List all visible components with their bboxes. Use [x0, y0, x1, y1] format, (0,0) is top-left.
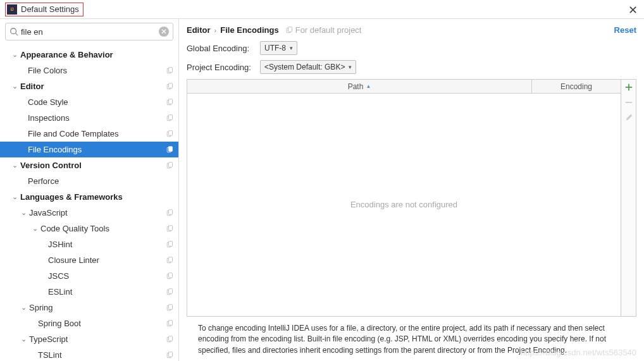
sidebar-item[interactable]: ⌄JavaScript: [0, 205, 178, 221]
breadcrumb-1: File Encodings: [220, 25, 278, 35]
chevron-down-icon: ⌄: [19, 303, 28, 312]
app-icon: IJ: [7, 4, 17, 15]
copy-icon: [166, 162, 173, 169]
sidebar-item-label: Spring: [29, 303, 166, 312]
sidebar-item-label: Languages & Frameworks: [20, 192, 173, 202]
window-title: Default Settings: [21, 4, 79, 14]
watermark: https://blog.csdn.net/wts563540: [521, 348, 636, 357]
add-button[interactable]: [621, 80, 636, 95]
copy-icon: [166, 209, 173, 217]
sidebar-item[interactable]: ⌄Editor: [0, 78, 178, 94]
copy-icon: [166, 67, 173, 75]
sidebar-item-label: File and Code Templates: [28, 129, 166, 138]
remove-button[interactable]: [621, 95, 636, 110]
sidebar-item[interactable]: ⌄TypeScript: [0, 331, 178, 347]
sidebar-item[interactable]: ⌄Languages & Frameworks: [0, 189, 178, 205]
svg-line-1: [16, 34, 18, 36]
reset-link[interactable]: Reset: [614, 25, 636, 35]
copy-icon: [166, 257, 173, 264]
svg-rect-23: [169, 257, 173, 262]
svg-rect-37: [288, 27, 292, 32]
svg-rect-19: [169, 225, 173, 230]
sidebar: ✕ ⌄Appearance & BehaviorFile Colors⌄Edit…: [0, 19, 179, 361]
sidebar-item[interactable]: File and Code Templates: [0, 126, 178, 142]
settings-tree: ⌄Appearance & BehaviorFile Colors⌄Editor…: [0, 44, 178, 361]
sidebar-item[interactable]: File Colors: [0, 63, 178, 78]
chevron-down-icon: ⌄: [19, 209, 28, 217]
chevron-down-icon: ▾: [349, 64, 352, 70]
sidebar-item-label: Inspections: [28, 113, 166, 123]
sidebar-item[interactable]: Spring Boot: [0, 315, 178, 331]
copy-icon: [166, 304, 173, 312]
sidebar-item-label: File Colors: [28, 66, 166, 75]
copy-icon: [285, 27, 293, 34]
global-encoding-row: Global Encoding: UTF-8 ▾: [187, 41, 636, 55]
chevron-down-icon: ⌄: [10, 193, 19, 201]
project-encoding-label: Project Encoding:: [187, 63, 260, 72]
svg-rect-31: [169, 320, 173, 325]
copy-icon: [166, 225, 173, 233]
copy-icon: [166, 288, 173, 296]
svg-rect-27: [169, 288, 173, 293]
sidebar-item-label: TypeScript: [29, 334, 166, 344]
svg-rect-3: [169, 67, 173, 72]
sidebar-item[interactable]: Closure Linter: [0, 252, 178, 268]
sidebar-item-label: TSLint: [38, 350, 166, 360]
search-icon: [9, 27, 18, 36]
sidebar-item[interactable]: File Encodings: [0, 142, 178, 157]
table-toolbar: [621, 80, 636, 316]
project-encoding-select[interactable]: <System Default: GBK> ▾: [260, 60, 356, 74]
copy-icon: [166, 130, 173, 138]
sidebar-item[interactable]: ESLint: [0, 284, 178, 300]
sidebar-item-label: File Encodings: [28, 145, 166, 154]
sidebar-item-label: JSHint: [48, 240, 166, 249]
svg-rect-21: [169, 241, 173, 246]
titlebar: IJ Default Settings ✕: [0, 0, 644, 19]
edit-button[interactable]: [621, 110, 636, 125]
close-icon[interactable]: ✕: [628, 3, 638, 17]
svg-rect-25: [169, 272, 173, 278]
chevron-down-icon: ⌄: [10, 82, 19, 90]
svg-rect-7: [169, 99, 173, 104]
svg-rect-9: [169, 114, 173, 119]
sidebar-item-label: Version Control: [20, 161, 166, 170]
svg-rect-35: [169, 352, 173, 357]
sidebar-item[interactable]: ⌄Appearance & Behavior: [0, 47, 178, 63]
copy-icon: [166, 241, 173, 248]
sidebar-item-label: Code Style: [28, 97, 166, 107]
copy-icon: [166, 146, 173, 154]
svg-rect-15: [169, 162, 173, 167]
sort-asc-icon: ▲: [366, 83, 371, 89]
sidebar-item-label: Closure Linter: [48, 255, 166, 265]
sidebar-item-label: ESLint: [48, 287, 166, 297]
breadcrumb-row: Editor › File Encodings For default proj…: [187, 25, 636, 35]
sidebar-item[interactable]: TSLint: [0, 347, 178, 361]
sidebar-item[interactable]: Perforce: [0, 173, 178, 189]
sidebar-item[interactable]: JSCS: [0, 268, 178, 284]
sidebar-item[interactable]: JSHint: [0, 236, 178, 252]
clear-search-icon[interactable]: ✕: [159, 27, 169, 37]
sidebar-item[interactable]: ⌄Spring: [0, 300, 178, 315]
sidebar-item-label: Spring Boot: [38, 319, 166, 328]
global-encoding-select[interactable]: UTF-8 ▾: [260, 41, 297, 55]
search-input[interactable]: [18, 27, 159, 37]
svg-rect-33: [169, 336, 173, 341]
main-panel: Editor › File Encodings For default proj…: [179, 19, 644, 361]
chevron-down-icon: ⌄: [30, 224, 39, 233]
svg-point-0: [11, 28, 16, 34]
sidebar-item[interactable]: ⌄Version Control: [0, 157, 178, 173]
sidebar-item-label: Appearance & Behavior: [20, 50, 173, 59]
sidebar-item[interactable]: Code Style: [0, 94, 178, 110]
sidebar-item[interactable]: ⌄Code Quality Tools: [0, 221, 178, 236]
project-encoding-row: Project Encoding: <System Default: GBK> …: [187, 60, 636, 74]
sidebar-item-label: JSCS: [48, 271, 166, 281]
encoding-header[interactable]: Encoding: [532, 80, 621, 93]
svg-rect-5: [169, 83, 173, 88]
sidebar-item[interactable]: Inspections: [0, 110, 178, 126]
svg-rect-29: [169, 304, 173, 309]
title-highlight: IJ Default Settings: [5, 3, 84, 16]
table-empty-text: Encodings are not configured: [187, 94, 621, 316]
sidebar-item-label: Code Quality Tools: [40, 224, 166, 233]
breadcrumb-0: Editor: [187, 25, 211, 35]
path-header[interactable]: Path ▲: [187, 80, 532, 93]
